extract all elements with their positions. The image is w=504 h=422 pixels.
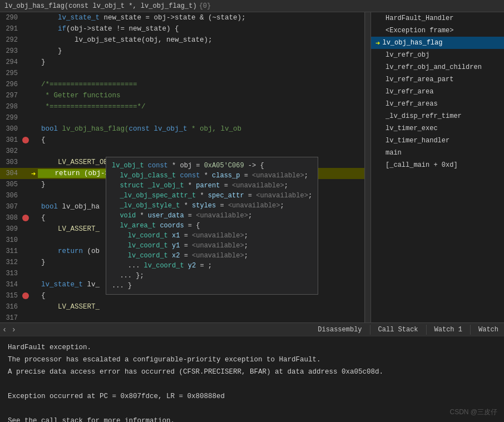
call-stack-item[interactable]: HardFault_Handler xyxy=(371,12,504,24)
console-panel: HardFault exception.The processor has es… xyxy=(0,336,504,422)
call-stack-label: lv_refr_areas xyxy=(386,100,438,108)
breakpoint[interactable] xyxy=(22,226,29,232)
code-content: lv_obj_set_state(obj, new_state); xyxy=(41,36,364,44)
code-line-293: 293 } xyxy=(0,46,364,57)
call-stack-item[interactable]: lv_refr_area_part xyxy=(371,73,504,86)
tooltip-line: void * user_data = <unavailable>; xyxy=(112,211,312,221)
line-number: 303 xyxy=(1,158,22,166)
tooltip-line: ... }; xyxy=(112,271,312,281)
code-content: * Getter functions xyxy=(41,92,364,100)
breakpoint[interactable] xyxy=(22,292,29,299)
breakpoint[interactable] xyxy=(22,170,29,177)
call-stack-item[interactable]: ➔lv_obj_has_flag xyxy=(371,37,504,49)
breakpoint[interactable] xyxy=(22,181,29,188)
code-line-291: 291 if(obj->state != new_state) { xyxy=(0,23,364,34)
call-stack-arrow: ➔ xyxy=(375,38,380,48)
call-stack-item[interactable]: main xyxy=(371,147,504,159)
breakpoint[interactable] xyxy=(22,70,29,77)
tab-prev-arrow[interactable]: ‹ xyxy=(0,325,9,334)
code-line-294: 294} xyxy=(0,57,364,68)
call-stack-item[interactable]: [_call_main + 0xd] xyxy=(371,159,504,171)
console-line: HardFault exception. xyxy=(8,342,496,353)
title-bar: lv_obj_has_flag(const lv_obj_t *, lv_obj… xyxy=(0,0,504,12)
breakpoint[interactable] xyxy=(22,103,29,110)
call-stack-item[interactable]: lv_timer_exec xyxy=(371,122,504,135)
call-stack-item[interactable]: lv_refr_obj xyxy=(371,49,504,61)
tooltip-line: ... } xyxy=(112,281,312,291)
breakpoint[interactable] xyxy=(22,315,29,321)
breakpoint[interactable] xyxy=(22,237,29,244)
call-stack-item[interactable]: lv_timer_handler xyxy=(371,135,504,147)
bottom-tab-disassembly[interactable]: Disassembly xyxy=(310,325,370,335)
bottom-tabs-container: DisassemblyCall StackWatch 1 xyxy=(21,325,473,335)
line-number: 310 xyxy=(1,236,22,244)
code-content: lv_state_t new_state = obj->state & (~st… xyxy=(41,14,364,22)
line-number: 291 xyxy=(1,25,22,33)
line-number: 313 xyxy=(1,270,22,277)
breakpoint[interactable] xyxy=(22,148,29,155)
breakpoint[interactable] xyxy=(22,14,29,21)
line-number: 290 xyxy=(1,14,22,22)
tooltip-line: lv_coord_t x1 = <unavailable>; xyxy=(112,231,312,241)
tooltip-popup: lv_obj_t const * obj = 0xA05'C069 -> { l… xyxy=(106,157,318,295)
breakpoint[interactable] xyxy=(22,92,29,99)
call-stack-label: lv_refr_obj_and_children xyxy=(386,63,482,71)
tooltip-line: _lv_obj_spec_attr_t * spec_attr = <unava… xyxy=(112,191,312,201)
code-line-290: 290 lv_state_t new_state = obj->state & … xyxy=(0,12,364,23)
breakpoint[interactable] xyxy=(22,26,29,32)
line-number: 302 xyxy=(1,147,22,155)
tab-next-arrow[interactable]: › xyxy=(9,325,18,334)
bottom-tab-watch-1[interactable]: Watch 1 xyxy=(427,325,471,335)
tooltip-line: struct _lv_obj_t * parent = <unavailable… xyxy=(112,181,312,191)
breakpoint[interactable] xyxy=(22,215,29,221)
title-suffix: {0} xyxy=(199,2,211,10)
call-stack-item[interactable]: _lv_disp_refr_timer xyxy=(371,110,504,122)
breakpoint[interactable] xyxy=(22,203,29,210)
breakpoint[interactable] xyxy=(22,304,29,310)
breakpoint[interactable] xyxy=(22,270,29,277)
code-line-302: 302 xyxy=(0,146,364,157)
line-number: 298 xyxy=(1,103,22,111)
call-stack-label: [_call_main + 0xd] xyxy=(386,161,458,169)
window-title: lv_obj_has_flag(const lv_obj_t *, lv_obj… xyxy=(4,2,197,10)
breakpoint[interactable] xyxy=(22,48,29,54)
code-content xyxy=(41,69,364,77)
line-number: 300 xyxy=(1,125,22,133)
call-stack-item[interactable]: lv_refr_area xyxy=(371,86,504,98)
line-number: 299 xyxy=(1,114,22,122)
editor-area: 290 lv_state_t new_state = obj->state & … xyxy=(0,12,504,322)
bottom-tab-call-stack[interactable]: Call Stack xyxy=(370,325,427,335)
breakpoint[interactable] xyxy=(22,281,29,288)
breakpoint[interactable] xyxy=(22,137,29,143)
line-number: 317 xyxy=(1,314,22,322)
breakpoint[interactable] xyxy=(22,59,29,66)
call-stack-item[interactable]: lv_refr_obj_and_children xyxy=(371,61,504,73)
breakpoint[interactable] xyxy=(22,192,29,199)
breakpoint[interactable] xyxy=(22,115,29,121)
breakpoint[interactable] xyxy=(22,37,29,43)
call-stack-item[interactable]: lv_refr_areas xyxy=(371,98,504,110)
call-stack-item[interactable]: <Exception frame> xyxy=(371,24,504,37)
tooltip-line: lv_coord_t x2 = <unavailable>; xyxy=(112,251,312,261)
line-number: 309 xyxy=(1,225,22,233)
code-content xyxy=(41,147,364,155)
console-line: The processor has escalated a configurab… xyxy=(8,354,496,365)
call-stack-label: lv_refr_obj xyxy=(386,51,429,59)
tooltip-line: ... lv_coord_t y2 = ; xyxy=(112,261,312,271)
scrollbar[interactable] xyxy=(365,12,370,322)
call-stack-label: lv_refr_area_part xyxy=(386,76,453,83)
call-stack-label: lv_refr_area xyxy=(386,88,433,96)
code-editor[interactable]: 290 lv_state_t new_state = obj->state & … xyxy=(0,12,365,322)
tooltip-line: lv_coord_t y1 = <unavailable>; xyxy=(112,241,312,251)
breakpoint[interactable] xyxy=(22,126,29,132)
watch-label: Watch xyxy=(473,326,504,334)
tooltip-line: lv_obj_class_t const * class_p = <unavai… xyxy=(112,171,312,181)
breakpoint[interactable] xyxy=(22,259,29,266)
code-content xyxy=(41,114,364,122)
line-number: 314 xyxy=(1,281,22,289)
code-line-295: 295 xyxy=(0,68,364,79)
call-stack-label: lv_timer_handler xyxy=(386,137,449,145)
breakpoint[interactable] xyxy=(22,81,29,88)
breakpoint[interactable] xyxy=(22,248,29,255)
breakpoint[interactable] xyxy=(22,159,29,166)
